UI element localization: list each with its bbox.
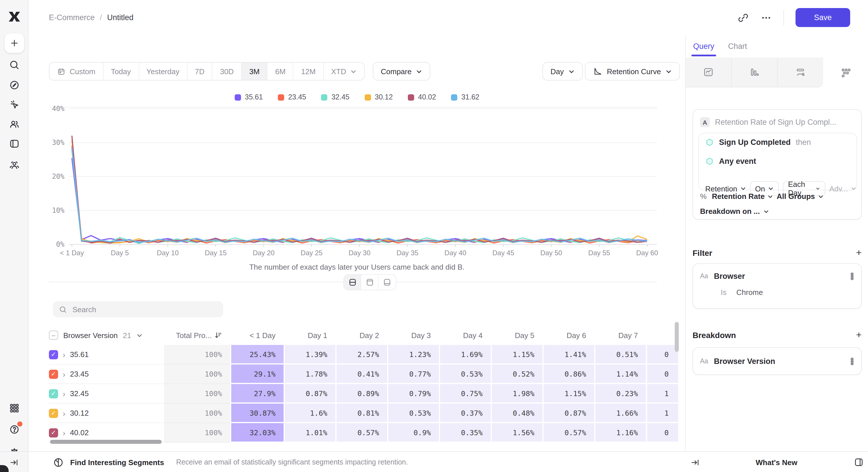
vertical-scrollbar[interactable] — [675, 322, 679, 352]
tab-chart[interactable]: Chart — [728, 36, 747, 56]
tab-retention[interactable] — [823, 58, 868, 88]
collapse-sidebar-icon[interactable] — [9, 457, 19, 467]
retention-cell[interactable]: 0.53% — [439, 365, 491, 384]
row-checkbox[interactable]: ✓ — [49, 369, 58, 379]
create-plus-button[interactable] — [4, 33, 24, 53]
horizontal-scrollbar[interactable] — [50, 440, 162, 444]
kebab-menu-icon[interactable]: ●●● — [850, 272, 863, 279]
retention-cell[interactable]: 1.69% — [439, 345, 491, 365]
retention-cell[interactable]: 1.6% — [284, 404, 335, 423]
link-icon[interactable] — [737, 12, 749, 23]
retention-cell[interactable]: 29.1% — [230, 365, 284, 384]
date-range-custom[interactable]: Custom — [50, 63, 103, 80]
save-button[interactable]: Save — [796, 8, 850, 27]
measure-dropdown[interactable]: Retention Rate — [712, 192, 773, 201]
day-column-header[interactable]: < 1 Day — [230, 331, 284, 339]
expand-row-icon[interactable]: › — [63, 428, 65, 437]
day-column-header[interactable]: Day 3 — [387, 331, 439, 339]
retention-cell[interactable]: 0.23% — [594, 384, 646, 404]
retention-cell[interactable]: 0.35% — [439, 423, 491, 443]
sidebar-item-explore[interactable] — [8, 79, 20, 91]
day-column-header[interactable]: Day 6 — [542, 331, 594, 339]
retention-cell[interactable]: 0.48% — [491, 404, 542, 423]
retention-chart[interactable]: 0%10%20%30%40%< 1 DayDay 5Day 10Day 15Da… — [29, 103, 685, 270]
row-checkbox[interactable]: ✓ — [49, 350, 58, 359]
return-event-row[interactable]: Any event — [705, 157, 756, 166]
layout-split-button[interactable] — [344, 275, 361, 290]
sidebar-item-boards[interactable] — [8, 138, 20, 149]
whats-new-link[interactable]: What's New — [685, 458, 868, 467]
legend-item[interactable]: 31.62 — [451, 93, 479, 101]
date-range-7d[interactable]: 7D — [188, 63, 213, 80]
date-range-6m[interactable]: 6M — [268, 63, 293, 80]
filter-operator[interactable]: Is — [721, 288, 726, 297]
retention-cell[interactable]: 30.87% — [230, 404, 284, 423]
retention-cell[interactable]: 0.37% — [439, 404, 491, 423]
retention-cell[interactable]: 0.86% — [542, 365, 594, 384]
retention-cell[interactable]: 0.81% — [335, 404, 387, 423]
row-checkbox[interactable]: ✓ — [49, 408, 58, 418]
advanced-dropdown[interactable]: Adv... — [829, 184, 857, 193]
date-range-today[interactable]: Today — [103, 63, 139, 80]
retention-cell[interactable]: 27.9% — [230, 384, 284, 404]
retention-cell[interactable]: 1.98% — [491, 384, 542, 404]
day-column-header[interactable]: Day 4 — [439, 331, 491, 339]
retention-cell[interactable]: 1.78% — [284, 365, 335, 384]
retention-cell[interactable]: 0.79% — [387, 384, 439, 404]
search-input[interactable] — [72, 305, 211, 314]
expand-row-icon[interactable]: › — [63, 408, 65, 418]
date-range-12m[interactable]: 12M — [293, 63, 324, 80]
breakdown-property[interactable]: Browser Version — [714, 357, 844, 365]
tab-query[interactable]: Query — [693, 36, 714, 56]
query-title[interactable]: Retention Rate of Sign Up Compl... — [715, 118, 836, 127]
breadcrumb-report-name[interactable]: Untitled — [107, 13, 134, 22]
legend-item[interactable]: 40.02 — [408, 93, 436, 101]
filter-value[interactable]: Chrome — [736, 288, 763, 297]
total-column-header[interactable]: Total Pro... — [163, 331, 230, 339]
series-line-23.45[interactable] — [72, 146, 647, 243]
retention-cell[interactable]: 0.51% — [594, 345, 646, 365]
series-line-30.12[interactable] — [72, 140, 647, 243]
retention-cell[interactable]: 0.57% — [542, 423, 594, 443]
retention-cell[interactable]: 0.9% — [387, 423, 439, 443]
series-line-40.02[interactable] — [72, 136, 647, 243]
day-column-header[interactable]: Day 7 — [594, 331, 646, 339]
expand-row-icon[interactable]: › — [63, 350, 65, 359]
retention-cell[interactable]: 1.15% — [491, 345, 542, 365]
legend-item[interactable]: 32.45 — [321, 93, 349, 101]
retention-cell[interactable]: 0.57% — [335, 423, 387, 443]
retention-type-dropdown[interactable]: Retention — [705, 184, 746, 193]
series-line-35.61[interactable] — [72, 158, 647, 243]
tab-insights[interactable] — [686, 58, 732, 88]
panel-toggle-icon[interactable] — [854, 457, 864, 467]
retention-cell[interactable]: 2.57% — [335, 345, 387, 365]
layout-table-button[interactable] — [378, 275, 396, 290]
sidebar-item-events[interactable] — [8, 99, 20, 110]
filter-property[interactable]: Browser — [714, 272, 844, 280]
sidebar-item-cohorts[interactable] — [8, 159, 20, 171]
day-column-header[interactable]: Day 2 — [335, 331, 387, 339]
tab-flows[interactable] — [778, 58, 823, 88]
date-range-3m[interactable]: 3M — [242, 63, 268, 80]
retention-cell[interactable]: 0.87% — [284, 384, 335, 404]
breakdown-on-dropdown[interactable]: Breakdown on ... — [700, 207, 769, 215]
retention-cell[interactable]: 1.15% — [542, 384, 594, 404]
retention-cell[interactable]: 0.75% — [439, 384, 491, 404]
find-segments-title[interactable]: Find Interesting Segments — [70, 458, 164, 467]
retention-cell[interactable]: 1.23% — [387, 345, 439, 365]
date-range-xtd[interactable]: XTD — [324, 63, 364, 80]
expand-row-icon[interactable]: › — [63, 369, 65, 379]
sidebar-item-users[interactable] — [8, 119, 20, 130]
retention-cell[interactable]: 0.87% — [542, 404, 594, 423]
retention-cell[interactable]: 25.43% — [230, 345, 284, 365]
retention-cell[interactable]: 0.53% — [387, 404, 439, 423]
tab-funnels[interactable] — [732, 58, 778, 88]
sidebar-item-search[interactable] — [8, 59, 20, 71]
row-checkbox[interactable]: ✓ — [49, 389, 58, 398]
legend-item[interactable]: 30.12 — [364, 93, 393, 101]
series-line-32.45[interactable] — [72, 150, 647, 243]
retention-cell[interactable]: 1.01% — [284, 423, 335, 443]
retention-cell[interactable]: 0.41% — [335, 365, 387, 384]
granularity-button[interactable]: Day — [542, 62, 583, 80]
chart-type-button[interactable]: Retention Curve — [585, 62, 680, 80]
